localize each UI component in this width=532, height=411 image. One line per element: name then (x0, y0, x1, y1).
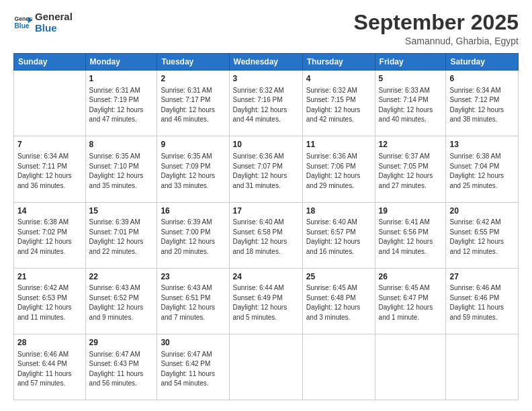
day-info: Sunrise: 6:37 AM Sunset: 7:05 PM Dayligh… (379, 152, 443, 191)
day-number: 19 (379, 205, 443, 217)
day-cell: 2Sunrise: 6:31 AM Sunset: 7:17 PM Daylig… (157, 71, 229, 136)
day-cell (375, 334, 446, 400)
day-number: 30 (161, 337, 225, 349)
day-cell (446, 334, 519, 400)
day-cell: 17Sunrise: 6:40 AM Sunset: 6:58 PM Dayli… (229, 202, 302, 268)
day-number: 1 (89, 73, 154, 85)
day-number: 24 (233, 271, 299, 283)
day-cell: 14Sunrise: 6:38 AM Sunset: 7:02 PM Dayli… (14, 202, 86, 268)
day-info: Sunrise: 6:40 AM Sunset: 6:58 PM Dayligh… (233, 218, 299, 257)
day-info: Sunrise: 6:36 AM Sunset: 7:07 PM Dayligh… (233, 152, 299, 191)
day-number: 23 (161, 271, 225, 283)
day-info: Sunrise: 6:47 AM Sunset: 6:42 PM Dayligh… (161, 350, 225, 389)
day-info: Sunrise: 6:42 AM Sunset: 6:53 PM Dayligh… (17, 283, 82, 322)
day-cell: 26Sunrise: 6:45 AM Sunset: 6:47 PM Dayli… (375, 268, 446, 334)
day-cell: 19Sunrise: 6:41 AM Sunset: 6:56 PM Dayli… (375, 202, 446, 268)
day-cell: 10Sunrise: 6:36 AM Sunset: 7:07 PM Dayli… (229, 136, 302, 202)
day-info: Sunrise: 6:32 AM Sunset: 7:16 PM Dayligh… (233, 86, 299, 125)
day-number: 3 (233, 73, 299, 85)
day-cell: 9Sunrise: 6:35 AM Sunset: 7:09 PM Daylig… (157, 136, 229, 202)
day-number: 11 (306, 139, 371, 150)
day-number: 28 (17, 337, 82, 349)
day-cell: 18Sunrise: 6:40 AM Sunset: 6:57 PM Dayli… (302, 202, 375, 268)
day-info: Sunrise: 6:31 AM Sunset: 7:17 PM Dayligh… (161, 86, 225, 125)
day-cell: 22Sunrise: 6:43 AM Sunset: 6:52 PM Dayli… (85, 268, 157, 334)
day-cell: 25Sunrise: 6:45 AM Sunset: 6:48 PM Dayli… (302, 268, 375, 334)
day-cell: 4Sunrise: 6:32 AM Sunset: 7:15 PM Daylig… (302, 71, 375, 136)
day-info: Sunrise: 6:42 AM Sunset: 6:55 PM Dayligh… (449, 218, 515, 257)
day-number: 14 (17, 205, 82, 217)
day-number: 7 (17, 139, 82, 150)
day-info: Sunrise: 6:46 AM Sunset: 6:46 PM Dayligh… (449, 283, 515, 322)
day-number: 26 (379, 271, 443, 283)
col-thursday: Thursday (302, 54, 375, 71)
day-number: 20 (449, 205, 515, 217)
day-number: 8 (89, 139, 154, 150)
day-cell: 30Sunrise: 6:47 AM Sunset: 6:42 PM Dayli… (157, 334, 229, 400)
day-info: Sunrise: 6:43 AM Sunset: 6:52 PM Dayligh… (89, 283, 154, 322)
day-cell: 28Sunrise: 6:46 AM Sunset: 6:44 PM Dayli… (14, 334, 86, 400)
day-info: Sunrise: 6:34 AM Sunset: 7:12 PM Dayligh… (449, 86, 515, 125)
page: General Blue General Blue September 2025… (0, 0, 532, 411)
day-cell: 27Sunrise: 6:46 AM Sunset: 6:46 PM Dayli… (446, 268, 519, 334)
day-number: 4 (306, 73, 371, 85)
day-number: 10 (233, 139, 299, 150)
day-cell: 5Sunrise: 6:33 AM Sunset: 7:14 PM Daylig… (375, 71, 446, 136)
day-number: 9 (161, 139, 225, 150)
day-info: Sunrise: 6:39 AM Sunset: 7:01 PM Dayligh… (89, 218, 154, 257)
day-info: Sunrise: 6:47 AM Sunset: 6:43 PM Dayligh… (89, 350, 154, 389)
day-cell: 20Sunrise: 6:42 AM Sunset: 6:55 PM Dayli… (446, 202, 519, 268)
day-info: Sunrise: 6:45 AM Sunset: 6:47 PM Dayligh… (379, 283, 443, 322)
day-info: Sunrise: 6:39 AM Sunset: 7:00 PM Dayligh… (161, 218, 225, 257)
day-number: 18 (306, 205, 371, 217)
day-info: Sunrise: 6:44 AM Sunset: 6:49 PM Dayligh… (233, 283, 299, 322)
week-row-3: 14Sunrise: 6:38 AM Sunset: 7:02 PM Dayli… (14, 202, 519, 268)
week-row-5: 28Sunrise: 6:46 AM Sunset: 6:44 PM Dayli… (14, 334, 519, 400)
day-number: 27 (449, 271, 515, 283)
title-block: September 2025 Samannud, Gharbia, Egypt (354, 11, 519, 46)
location: Samannud, Gharbia, Egypt (354, 36, 519, 46)
day-cell: 8Sunrise: 6:35 AM Sunset: 7:10 PM Daylig… (85, 136, 157, 202)
day-number: 16 (161, 205, 225, 217)
day-number: 17 (233, 205, 299, 217)
calendar-body: 1Sunrise: 6:31 AM Sunset: 7:19 PM Daylig… (14, 71, 519, 400)
day-number: 15 (89, 205, 154, 217)
day-cell (302, 334, 375, 400)
col-saturday: Saturday (446, 54, 519, 71)
col-tuesday: Tuesday (157, 54, 229, 71)
day-cell: 29Sunrise: 6:47 AM Sunset: 6:43 PM Dayli… (85, 334, 157, 400)
day-cell: 1Sunrise: 6:31 AM Sunset: 7:19 PM Daylig… (85, 71, 157, 136)
day-number: 22 (89, 271, 154, 283)
day-info: Sunrise: 6:35 AM Sunset: 7:09 PM Dayligh… (161, 152, 225, 191)
day-cell: 3Sunrise: 6:32 AM Sunset: 7:16 PM Daylig… (229, 71, 302, 136)
logo-blue: Blue (35, 22, 73, 34)
day-number: 29 (89, 337, 154, 349)
col-sunday: Sunday (14, 54, 86, 71)
col-wednesday: Wednesday (229, 54, 302, 71)
calendar-table: Sunday Monday Tuesday Wednesday Thursday… (13, 53, 519, 400)
week-row-1: 1Sunrise: 6:31 AM Sunset: 7:19 PM Daylig… (14, 71, 519, 136)
day-info: Sunrise: 6:31 AM Sunset: 7:19 PM Dayligh… (89, 86, 154, 125)
day-info: Sunrise: 6:40 AM Sunset: 6:57 PM Dayligh… (306, 218, 371, 257)
day-cell: 24Sunrise: 6:44 AM Sunset: 6:49 PM Dayli… (229, 268, 302, 334)
day-info: Sunrise: 6:38 AM Sunset: 7:02 PM Dayligh… (17, 218, 82, 257)
day-number: 12 (379, 139, 443, 150)
day-number: 5 (379, 73, 443, 85)
day-info: Sunrise: 6:36 AM Sunset: 7:06 PM Dayligh… (306, 152, 371, 191)
day-cell: 15Sunrise: 6:39 AM Sunset: 7:01 PM Dayli… (85, 202, 157, 268)
header: General Blue General Blue September 2025… (13, 11, 519, 46)
day-info: Sunrise: 6:46 AM Sunset: 6:44 PM Dayligh… (17, 350, 82, 389)
day-cell: 12Sunrise: 6:37 AM Sunset: 7:05 PM Dayli… (375, 136, 446, 202)
col-friday: Friday (375, 54, 446, 71)
logo-icon: General Blue (13, 13, 32, 32)
calendar-header-row: Sunday Monday Tuesday Wednesday Thursday… (14, 54, 519, 71)
day-number: 25 (306, 271, 371, 283)
day-cell: 21Sunrise: 6:42 AM Sunset: 6:53 PM Dayli… (14, 268, 86, 334)
day-number: 13 (449, 139, 515, 150)
week-row-2: 7Sunrise: 6:34 AM Sunset: 7:11 PM Daylig… (14, 136, 519, 202)
month-title: September 2025 (354, 11, 519, 34)
day-number: 2 (161, 73, 225, 85)
col-monday: Monday (85, 54, 157, 71)
day-info: Sunrise: 6:32 AM Sunset: 7:15 PM Dayligh… (306, 86, 371, 125)
day-info: Sunrise: 6:38 AM Sunset: 7:04 PM Dayligh… (449, 152, 515, 191)
